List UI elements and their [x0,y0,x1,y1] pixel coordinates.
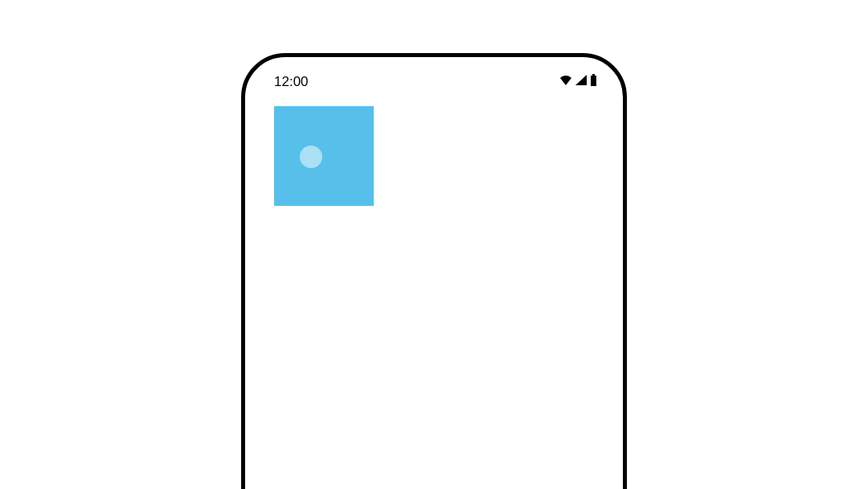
status-bar: 12:00 [245,57,623,90]
status-icons [559,74,597,90]
draggable-box[interactable] [274,106,374,206]
battery-icon [590,74,597,90]
wifi-icon [559,74,573,90]
svg-rect-1 [592,74,595,76]
cellular-icon [575,74,588,90]
clock-time: 12:00 [274,74,309,90]
svg-rect-0 [591,76,596,86]
device-frame: 12:00 [241,53,627,489]
touch-ripple [300,146,322,168]
app-content [245,90,623,222]
